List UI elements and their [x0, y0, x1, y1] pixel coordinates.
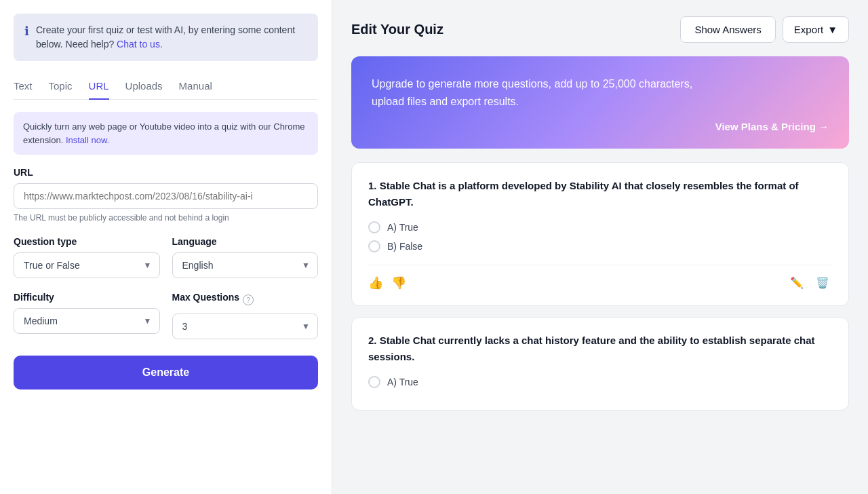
difficulty-maxq-row: Difficulty Easy Medium Hard ▼ Max Questi…: [14, 292, 318, 339]
thumbs-up-button[interactable]: 👍: [368, 276, 383, 290]
url-hint: The URL must be publicly accessible and …: [14, 213, 318, 223]
max-questions-label-row: Max Questions ?: [172, 292, 319, 308]
question-2-option-a[interactable]: A) True: [368, 376, 832, 388]
option-1b-text: B) False: [387, 241, 422, 252]
question-card-1: 1. Stable Chat is a platform developed b…: [351, 162, 849, 306]
info-banner-text: Create your first quiz or test with AI, …: [36, 23, 307, 52]
card-actions: ✏️ 🗑️: [787, 275, 832, 290]
question-1-option-a[interactable]: A) True: [368, 221, 832, 233]
question-type-select[interactable]: True or False Multiple Choice Short Answ…: [14, 252, 160, 278]
question-1-text: 1. Stable Chat is a platform developed b…: [368, 178, 832, 210]
radio-2a[interactable]: [368, 376, 380, 388]
export-button[interactable]: Export ▼: [783, 16, 849, 43]
question-2-text: 2. Stable Chat currently lacks a chat hi…: [368, 332, 832, 365]
difficulty-select-wrapper: Easy Medium Hard ▼: [14, 308, 160, 334]
upgrade-text: Upgrade to generate more questions, add …: [372, 75, 697, 110]
info-banner: ℹ Create your first quiz or test with AI…: [14, 14, 318, 61]
url-input[interactable]: [14, 183, 318, 209]
tabs: Text Topic URL Uploads Manual: [14, 75, 318, 100]
generate-button[interactable]: Generate: [14, 356, 318, 390]
left-panel: ℹ Create your first quiz or test with AI…: [0, 0, 332, 494]
header-actions: Show Answers Export ▼: [680, 16, 849, 43]
right-panel: Edit Your Quiz Show Answers Export ▼ Upg…: [332, 0, 868, 494]
show-answers-button[interactable]: Show Answers: [680, 16, 775, 43]
question-1-option-b[interactable]: B) False: [368, 240, 832, 252]
max-questions-help-icon[interactable]: ?: [243, 294, 254, 305]
question-card-2: 2. Stable Chat currently lacks a chat hi…: [351, 317, 849, 411]
max-questions-col: Max Questions ? 3 5 10 15 20 ▼: [172, 292, 319, 339]
edit-question-button[interactable]: ✏️: [787, 275, 806, 290]
thumbs-down-button[interactable]: 👎: [391, 276, 406, 290]
tab-text[interactable]: Text: [14, 75, 33, 100]
tab-topic[interactable]: Topic: [49, 75, 73, 100]
extension-banner: Quickly turn any web page or Youtube vid…: [14, 112, 318, 155]
tab-url[interactable]: URL: [89, 75, 109, 100]
difficulty-select[interactable]: Easy Medium Hard: [14, 308, 160, 334]
option-1a-text: A) True: [387, 222, 418, 233]
max-questions-select-wrapper: 3 5 10 15 20 ▼: [172, 314, 319, 339]
tab-manual[interactable]: Manual: [179, 75, 212, 100]
radio-1b[interactable]: [368, 240, 380, 252]
chat-link[interactable]: Chat to us.: [117, 39, 163, 50]
question-1-footer: 👍 👎 ✏️ 🗑️: [368, 265, 832, 290]
language-col: Language English Spanish French German ▼: [172, 236, 319, 278]
upgrade-link[interactable]: View Plans & Pricing →: [372, 121, 829, 132]
language-select-wrapper: English Spanish French German ▼: [172, 252, 319, 278]
page-title: Edit Your Quiz: [351, 22, 443, 37]
tab-uploads[interactable]: Uploads: [125, 75, 163, 100]
difficulty-label: Difficulty: [14, 292, 160, 303]
language-label: Language: [172, 236, 319, 247]
question-type-col: Question type True or False Multiple Cho…: [14, 236, 160, 278]
export-chevron-icon: ▼: [827, 24, 837, 35]
question-type-label: Question type: [14, 236, 160, 247]
upgrade-banner: Upgrade to generate more questions, add …: [351, 56, 849, 149]
install-now-link[interactable]: Install now.: [66, 135, 109, 145]
info-icon: ℹ: [24, 24, 29, 52]
option-2a-text: A) True: [387, 377, 418, 387]
export-label: Export: [794, 24, 823, 35]
right-header: Edit Your Quiz Show Answers Export ▼: [351, 16, 849, 43]
difficulty-col: Difficulty Easy Medium Hard ▼: [14, 292, 160, 339]
feedback-buttons: 👍 👎: [368, 276, 406, 290]
url-label: URL: [14, 167, 318, 178]
radio-1a[interactable]: [368, 221, 380, 233]
language-select[interactable]: English Spanish French German: [172, 252, 319, 278]
question-language-row: Question type True or False Multiple Cho…: [14, 236, 318, 278]
max-questions-select[interactable]: 3 5 10 15 20: [172, 314, 319, 339]
delete-question-button[interactable]: 🗑️: [813, 275, 832, 290]
question-type-select-wrapper: True or False Multiple Choice Short Answ…: [14, 252, 160, 278]
max-questions-label: Max Questions: [172, 292, 240, 303]
